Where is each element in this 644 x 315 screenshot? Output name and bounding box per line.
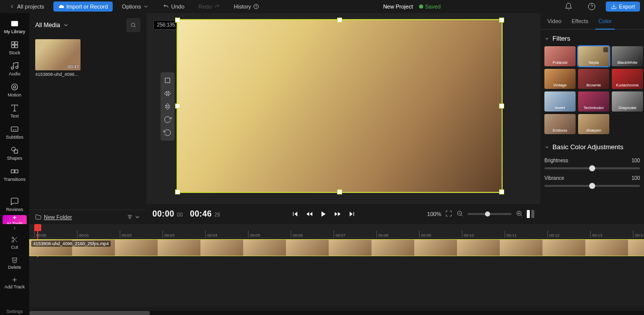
svg-marker-27 [165, 91, 167, 95]
svg-line-42 [461, 215, 462, 216]
clip-label: 4153808-uhd_4096_2160_25fps.mp4 [31, 241, 111, 247]
media-clip[interactable]: 00:47 4153808-uhd_4096_2... [35, 39, 80, 77]
sidebar-item-stock[interactable]: Stock [0, 37, 29, 58]
chevron-down-icon [544, 145, 549, 150]
filter-kodachrome[interactable]: Kodachrome [612, 69, 643, 89]
preview-canvas[interactable] [177, 19, 503, 193]
svg-rect-19 [11, 170, 14, 173]
fast-forward-button[interactable] [334, 211, 341, 218]
svg-marker-34 [310, 212, 312, 216]
project-name[interactable]: New Project [383, 4, 413, 10]
sort-button[interactable] [127, 214, 140, 220]
help-button[interactable] [583, 1, 601, 13]
filter-technicolor[interactable]: Technicolor [578, 91, 609, 112]
snap-toggle[interactable] [527, 210, 534, 218]
next-clip-button[interactable] [348, 211, 355, 218]
filter-polaroid[interactable]: Polaroid [544, 46, 576, 66]
zoom-slider[interactable] [467, 213, 512, 215]
resize-handle[interactable] [337, 189, 342, 194]
timeline-ruler[interactable]: 00:0000:0100:0200:0300:0400:0500:0600:07… [29, 224, 644, 238]
horizontal-scrollbar[interactable] [29, 311, 644, 315]
rotate-cw-tool[interactable] [163, 115, 173, 125]
sidebar-item-transitions[interactable]: Transitions [0, 164, 29, 185]
vibrance-slider[interactable] [544, 185, 640, 187]
timeline[interactable]: 00:0000:0100:0200:0300:0400:0500:0600:07… [29, 224, 644, 315]
expand-timeline-button[interactable] [0, 224, 29, 232]
history-icon [253, 4, 259, 10]
flip-v-tool[interactable] [163, 101, 173, 112]
sidebar-item-subtitles[interactable]: Subtitles [0, 122, 29, 143]
fullscreen-button[interactable] [445, 210, 452, 218]
tab-effects[interactable]: Effects [567, 13, 593, 29]
brightness-slider[interactable] [544, 167, 640, 169]
chevron-down-icon [134, 214, 140, 220]
history-button[interactable]: History [229, 2, 264, 12]
empty-track[interactable] [29, 257, 644, 307]
svg-marker-36 [338, 212, 341, 216]
filter-invert[interactable]: Invert [544, 91, 576, 112]
left-sidebar: My Library Stock Audio Motion Text Subti… [0, 13, 29, 224]
sidebar-item-motion[interactable]: Motion [0, 79, 29, 100]
search-button[interactable] [126, 18, 140, 32]
svg-point-0 [589, 3, 595, 10]
sidebar-item-shapes[interactable]: Shapes [0, 143, 29, 164]
media-dropdown[interactable]: All Media [35, 22, 69, 29]
filters-section-header[interactable]: Filters [540, 30, 644, 46]
zoom-out-button[interactable] [456, 210, 463, 218]
add-track-button[interactable]: Add Track [0, 272, 29, 292]
filter-grayscale[interactable]: Grayscale [612, 91, 643, 112]
svg-rect-14 [11, 127, 18, 132]
export-button[interactable]: Export [606, 2, 640, 12]
resize-handle[interactable] [337, 18, 342, 23]
filter-sharpen[interactable]: Sharpen [578, 114, 609, 134]
svg-point-9 [16, 66, 18, 69]
filter-sepia[interactable]: Sepia [578, 46, 609, 66]
redo-button[interactable]: Redo [194, 2, 225, 12]
resize-handle[interactable] [175, 189, 180, 194]
import-record-button[interactable]: Import or Record [53, 2, 113, 12]
check-icon [419, 5, 423, 9]
all-projects-link[interactable]: All projects [4, 2, 49, 12]
resize-handle[interactable] [175, 18, 180, 23]
flip-h-tool[interactable] [163, 88, 173, 98]
resize-handle[interactable] [499, 103, 504, 109]
delete-button[interactable]: Delete [0, 252, 29, 272]
svg-point-11 [12, 84, 18, 90]
tab-video[interactable]: Video [542, 13, 567, 29]
prev-clip-button[interactable] [292, 211, 299, 218]
audio-icon [10, 61, 19, 70]
trash-icon [11, 256, 19, 264]
settings-link[interactable]: Settings [7, 308, 23, 315]
play-button[interactable] [320, 211, 327, 218]
library-icon [10, 19, 19, 28]
rotate-ccw-tool[interactable] [163, 128, 173, 138]
notifications-button[interactable] [559, 1, 578, 13]
svg-line-51 [14, 239, 15, 240]
playhead[interactable] [34, 224, 41, 231]
sidebar-item-my-library[interactable]: My Library [0, 16, 29, 37]
video-track[interactable]: 4153808-uhd_4096_2160_25fps.mp4 [29, 239, 644, 256]
sidebar-item-reviews[interactable]: Reviews [0, 194, 29, 215]
options-dropdown[interactable]: Options [117, 2, 154, 12]
sidebar-item-audio[interactable]: Audio [0, 58, 29, 79]
resize-handle[interactable] [175, 103, 180, 109]
undo-button[interactable]: Undo [158, 2, 189, 12]
filter-brownie[interactable]: Brownie [578, 69, 609, 89]
filter-emboss[interactable]: Emboss [544, 114, 576, 134]
undo-icon [163, 4, 169, 10]
tab-color[interactable]: Color [593, 13, 616, 29]
rewind-button[interactable] [306, 211, 313, 218]
new-folder-button[interactable]: New Folder [35, 214, 72, 220]
scissors-icon [11, 236, 19, 244]
svg-rect-26 [165, 78, 170, 82]
resize-handle[interactable] [499, 18, 504, 23]
timeline-clip[interactable]: 4153808-uhd_4096_2160_25fps.mp4 [29, 239, 644, 256]
resize-handle[interactable] [499, 189, 504, 194]
zoom-in-button[interactable] [516, 210, 523, 218]
basic-color-section-header[interactable]: Basic Color Adjustments [540, 138, 644, 155]
crop-tool[interactable] [163, 75, 173, 85]
filter-vintage[interactable]: Vintage [544, 69, 576, 89]
sidebar-item-text[interactable]: Text [0, 100, 29, 122]
cut-button[interactable]: Cut [0, 232, 29, 252]
filter-blackwhite[interactable]: BlackWhite [612, 46, 643, 66]
